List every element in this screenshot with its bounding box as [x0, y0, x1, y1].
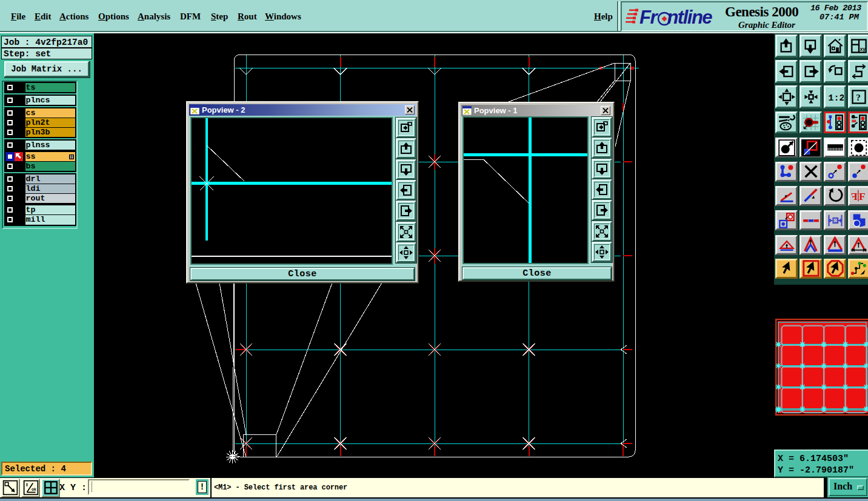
svg-text:F: F — [859, 190, 866, 202]
svg-text:xy: xy — [860, 47, 866, 52]
svg-text:ok: ok — [32, 487, 36, 491]
svg-text:1:2: 1:2 — [828, 93, 844, 104]
svg-text:?: ? — [856, 92, 861, 102]
svg-text:F: F — [851, 190, 858, 202]
svg-text:G: G — [834, 217, 838, 223]
